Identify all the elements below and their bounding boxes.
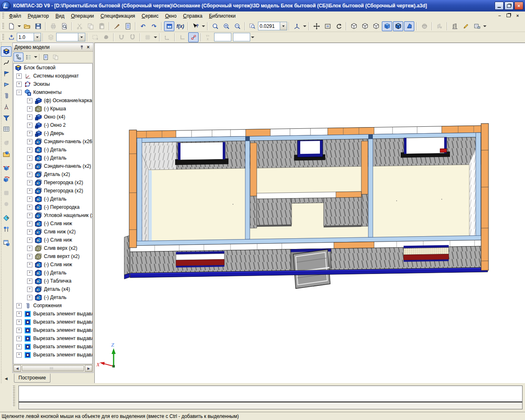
property-panel[interactable] (18, 386, 523, 409)
tree-item[interactable]: + Сэндвич-панель (x26) (14, 137, 92, 146)
cut-button[interactable] (74, 21, 84, 31)
zoom-select-button[interactable] (210, 21, 220, 31)
tree-expander[interactable]: + (16, 311, 22, 317)
tree-item[interactable]: + (-) Слив ниж (14, 236, 92, 244)
tree-expander[interactable]: + (27, 188, 32, 194)
format-brush-button[interactable] (112, 21, 122, 31)
properties-dropdown[interactable] (482, 22, 487, 31)
tree-expander[interactable]: + (27, 147, 32, 153)
zoom-in-button[interactable] (221, 21, 231, 31)
mdi-minimize-button[interactable]: – (496, 13, 503, 19)
section-display-button[interactable] (434, 21, 445, 31)
close-button[interactable]: × (514, 2, 523, 10)
menu-файл[interactable]: Файл (6, 12, 25, 20)
tree-item[interactable]: + (-) Слив ниж (14, 219, 92, 228)
move-component-button[interactable] (1, 163, 11, 173)
tree-report-button[interactable] (41, 52, 50, 62)
local-csys-button[interactable] (162, 32, 172, 42)
tree-expander[interactable]: + (16, 344, 22, 349)
perspective-display-button[interactable] (404, 21, 414, 31)
tree-composition-dropdown[interactable] (33, 52, 38, 62)
menu-библиотеки[interactable]: Библиотеки (205, 12, 239, 20)
fx-variables-button[interactable]: f(x) (175, 21, 185, 31)
close-panel-icon[interactable]: × (85, 44, 91, 50)
tree-item[interactable]: − Компоненты (14, 88, 92, 96)
tree-expander[interactable]: + (16, 352, 22, 358)
snap-magnet-button[interactable] (127, 32, 137, 42)
tree-expander[interactable]: + (27, 278, 32, 284)
tree-item[interactable]: + Вырезать элемент выдавл (14, 351, 92, 359)
menu-редактор[interactable]: Редактор (25, 12, 52, 20)
tree-expander[interactable]: + (27, 229, 32, 235)
tree-item[interactable]: + (-) Деталь (14, 269, 92, 277)
specification-button[interactable] (123, 21, 133, 31)
menu-операции[interactable]: Операции (68, 12, 97, 20)
print-preview-button[interactable] (59, 21, 69, 31)
layer-dropdown[interactable] (78, 33, 85, 41)
frame-select-button[interactable] (90, 32, 100, 42)
zoom-by-frame-button[interactable] (247, 21, 258, 31)
step-value-dropdown[interactable] (34, 33, 41, 41)
tree-item[interactable]: + (ф) Основание/каркас (14, 96, 92, 105)
shaded-with-edges-display-button[interactable] (393, 21, 403, 31)
auxiliary-geometry-button[interactable] (1, 80, 11, 90)
tree-item[interactable]: + (-) Деталь (14, 146, 92, 154)
tree-item[interactable]: + (-) Табличка (14, 277, 92, 285)
rotate-view-button[interactable] (333, 21, 344, 31)
mdi-restore-button[interactable] (505, 13, 512, 19)
menu-окно[interactable]: Окно (162, 12, 180, 20)
tree-expander[interactable]: + (16, 73, 22, 79)
copy-button[interactable] (85, 21, 96, 31)
tree-expander[interactable]: + (27, 196, 32, 202)
tree-item[interactable]: + (-) Перегородка (14, 203, 92, 211)
tree-expander[interactable]: + (27, 287, 32, 292)
tree-item[interactable]: + Сэндвич-панель (x2) (14, 162, 92, 170)
tree-expander[interactable]: + (27, 139, 32, 144)
library-button[interactable] (1, 149, 11, 159)
toolbar-grip[interactable] (2, 23, 4, 30)
coord-y-input[interactable] (215, 34, 231, 41)
pan-button[interactable] (311, 21, 322, 31)
tree-expander[interactable]: + (27, 295, 32, 300)
orientation-dropdown[interactable] (302, 22, 307, 31)
variables-window-button[interactable] (164, 21, 174, 31)
menu-спецификация[interactable]: Спецификация (97, 12, 138, 20)
scroll-right-arrow[interactable]: ▶ (85, 365, 92, 372)
tree-expander[interactable]: + (16, 336, 22, 341)
tree-expander[interactable]: + (27, 106, 32, 112)
context-help-button[interactable]: ? (190, 21, 201, 31)
tree-item[interactable]: + Вырезать элемент выдавл (14, 318, 92, 326)
placement-button[interactable] (1, 188, 11, 198)
scroll-thumb[interactable] (22, 365, 84, 371)
spatial-curves-button[interactable] (1, 57, 11, 68)
tree-expander[interactable]: − (16, 90, 22, 95)
tree-copy-button[interactable] (50, 52, 60, 62)
open-button[interactable] (22, 21, 32, 31)
minimize-button[interactable] (495, 2, 504, 10)
macro-element-button[interactable] (450, 21, 460, 31)
menu-справка[interactable]: Справка (180, 12, 205, 20)
tab-construction[interactable]: Построение (14, 374, 50, 383)
simplified-display-button[interactable] (419, 21, 429, 31)
edit-assembly-button[interactable] (1, 46, 11, 57)
tree-expander[interactable]: + (27, 221, 32, 226)
fill-tool-button[interactable] (101, 32, 111, 42)
tree-item[interactable]: + (-) Деталь (14, 195, 92, 203)
tree-item[interactable]: + Вырезать элемент выдавл (14, 342, 92, 351)
zoom-value-input[interactable] (258, 23, 280, 30)
tree-item[interactable]: + Деталь (x2) (14, 170, 92, 178)
coord-x-input[interactable] (233, 34, 250, 41)
tree-expander[interactable]: + (27, 155, 32, 161)
tree-item[interactable]: + Вырезать элемент выдавл (14, 326, 92, 334)
tree-expander[interactable]: + (27, 114, 32, 120)
mates-button[interactable] (1, 91, 11, 101)
menubar-grip[interactable] (2, 13, 4, 19)
pin-panel-icon[interactable] (78, 44, 85, 50)
tree-item[interactable]: + Деталь (x4) (14, 285, 92, 293)
hidden-lines-display-button[interactable] (360, 21, 370, 31)
tree-expander[interactable]: + (27, 262, 32, 267)
tree-expander[interactable]: + (16, 320, 22, 325)
tree-item[interactable]: + Эскизы (14, 80, 92, 88)
tree-item[interactable]: + Окно (x4) (14, 113, 92, 121)
save-button[interactable] (33, 21, 43, 31)
